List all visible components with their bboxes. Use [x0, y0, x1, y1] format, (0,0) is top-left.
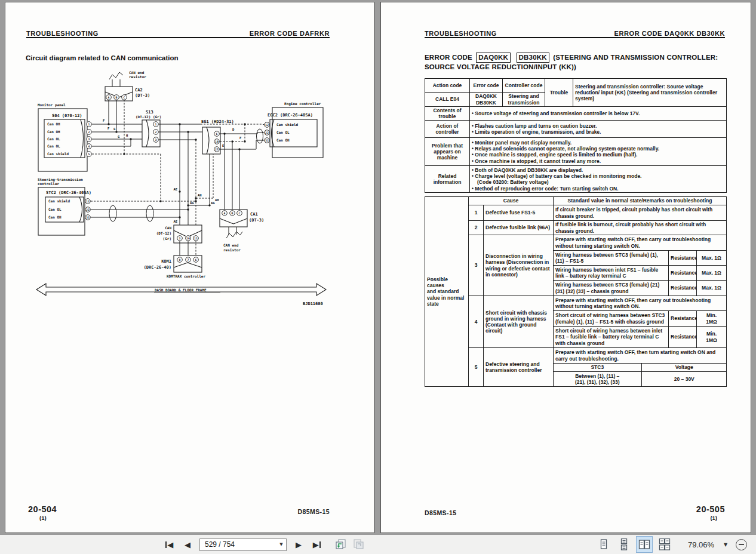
viewer-toolbar: ◀ ◀ 529 / 754 ▼ ▶ ▶ — [0, 534, 756, 554]
can-type-1: (DT-12) — [156, 231, 171, 235]
wire-label-f1: F — [103, 119, 105, 122]
action-code-value: CALL E04 — [425, 93, 470, 107]
kom1-type: (DRC-26-40) — [144, 265, 171, 270]
first-page-button[interactable]: ◀ — [162, 537, 176, 552]
cause-3-method-3: Resistance — [669, 281, 697, 296]
combo-dropdown-icon[interactable]: ▼ — [276, 542, 286, 547]
bullet: • Source voltage of steering and transmi… — [472, 110, 724, 116]
header-rule — [425, 37, 725, 38]
connector-s13: S13 (DT-12) (Gr) 1 2 3 — [136, 110, 161, 147]
s04-pin-5: 5 — [88, 153, 90, 156]
s04-sig-5: Can shield — [47, 152, 69, 156]
cause-2: Defective fusible link (96A) — [484, 221, 554, 235]
wire-label-ag2: AG — [211, 201, 215, 205]
header-trouble: Trouble — [545, 79, 573, 107]
bullet: • Once machine is stopped, engine speed … — [472, 152, 724, 158]
egc2-sig-2: Can OL — [276, 130, 290, 134]
can-pin-10: 10 — [186, 237, 190, 240]
error-info-table: Action code Error code Controller code T… — [425, 78, 727, 193]
facing-pages-view-icon — [638, 538, 650, 550]
connector-ca1: A B C CA1 (DT-3) CAN end resistor — [220, 210, 264, 252]
title-line2: SOURCE VOLTAGE REDUCTION/INPUT (KK)) — [425, 63, 576, 70]
error-code-box-2: DB30KK — [517, 53, 549, 63]
bullet-subline: (Code 03200: Battery voltage) — [472, 179, 724, 185]
wire-label-ae2: AE — [173, 220, 177, 223]
error-code-box-1: DAQ0KK — [476, 53, 511, 63]
kom1-label: KOM1 — [161, 259, 171, 264]
cause-1: Defective fuse FS1-5 — [484, 205, 554, 221]
single-page-view-button[interactable] — [596, 537, 611, 552]
first-page-bar-icon — [165, 541, 167, 548]
stc2-sig-2: Can OL — [48, 207, 62, 211]
stc2-label: STC2 (DRC-26-40SA) — [46, 190, 91, 195]
wire-label-ae1: AE — [173, 187, 177, 191]
value-header: Standard value in normal state/Remarks o… — [554, 197, 727, 205]
cause-4-check-2: Short circuit of wiring harness between … — [554, 327, 669, 348]
problem-label: Problem that appears on machine — [425, 138, 470, 166]
ca2-pin-a: A — [108, 96, 110, 99]
ca1-type: (DT-3) — [249, 218, 264, 223]
continuous-view-button[interactable] — [616, 537, 632, 552]
next-view-button[interactable] — [352, 537, 365, 552]
bullet: • Charge level (voltage) of battery can … — [472, 173, 724, 179]
s04-pin-4: 4 — [88, 145, 90, 148]
cause-3-value-3: Max. 1Ω — [697, 281, 727, 296]
stc2-sig-3: Can OH — [48, 215, 62, 219]
page-indicator[interactable]: 529 / 754 — [200, 540, 276, 549]
wire-label-g1: G — [113, 127, 116, 131]
zoom-out-button[interactable] — [736, 539, 747, 550]
connector-stc2: Steering·transmission controller STC2 (D… — [38, 177, 91, 235]
egc2-label: EGC2 (DRC-26-40SA) — [268, 113, 313, 118]
cause-3-check-1: Wiring harness between STC3 (female) (1)… — [554, 251, 669, 266]
facing-continuous-view-button[interactable] — [657, 537, 672, 552]
error-code-title: ERROR CODE DAQ0KK DB30KK (STEERING AND T… — [425, 53, 729, 72]
ca1-pin-a: A — [224, 212, 226, 215]
last-page-button[interactable]: ▶ — [311, 537, 324, 552]
wire-label-e: E — [222, 144, 224, 147]
connector-kom1: 8 7 6 KOM1 (DRC-26-40) KOMTRAX controlle… — [144, 256, 206, 278]
monitor-panel-label: Monitor panel — [38, 103, 66, 107]
egc2-pin-12: 12 — [265, 124, 269, 127]
s13-type: (DT-12) (Gr) — [136, 115, 161, 119]
figure-code: BJD11680 — [303, 301, 323, 306]
voltage-header-stc3: STC3 — [554, 364, 641, 371]
title-rest: (STEERING AND TRANSMISSION CONTROLLER: — [553, 54, 718, 61]
problem-text: • Monitor panel may not display normally… — [470, 138, 727, 166]
trouble-description: Steering and transmission controller: So… — [573, 79, 727, 107]
next-view-icon — [352, 538, 365, 550]
s04-sig-4: Can OL — [47, 144, 60, 148]
ca2-pin-c: C — [124, 96, 125, 99]
eg1-pin-6: 6 — [216, 133, 218, 136]
cause-2-num: 2 — [469, 221, 484, 235]
bullet: • Once machine is stopped, it cannot tra… — [472, 158, 724, 164]
view-zoom-controls: 79.06% ▼ — [596, 535, 747, 554]
previous-page-arrow-icon: ◀ — [185, 541, 190, 549]
dashboard-frame-arrow: DASH BOARD & FLOOR FRAME — [36, 284, 326, 296]
s13-pin-1: 1 — [155, 123, 157, 126]
facing-pages-view-button[interactable] — [637, 537, 652, 552]
header-left-title: TROUBLESHOOTING — [26, 30, 99, 37]
cause-3-value-2: Max. 1Ω — [697, 266, 727, 281]
voltage-header-voltage: Voltage — [641, 364, 727, 371]
cause-5-voltage-table-cell: STC3 Voltage Between (1), (11) – (21), (… — [554, 364, 727, 387]
bullet: • Monitor panel may not display normally… — [472, 140, 724, 146]
previous-view-button[interactable] — [334, 537, 347, 552]
stc2-pin-22: 22 — [86, 208, 90, 211]
page-navigation: ◀ ◀ 529 / 754 ▼ ▶ ▶ — [162, 535, 365, 554]
zoom-dropdown-icon[interactable]: ▼ — [724, 542, 727, 547]
ca2-label: CA2 — [135, 88, 143, 93]
cause-3-check-3: Wiring harness between STC3 (female) (21… — [554, 281, 669, 296]
engine-controller-label: Engine controller — [284, 101, 321, 106]
previous-page-button[interactable]: ◀ — [181, 537, 194, 552]
zoom-level[interactable]: 79.06% — [688, 540, 714, 549]
s04-label: S04 (070-12) — [52, 113, 82, 118]
related-info-text: • Both of DAQ0KK and DB30KK are displaye… — [470, 166, 727, 193]
header-error-code: ERROR CODE DAQ0KK DB30KK — [614, 30, 725, 37]
manual-page-right: TROUBLESHOOTING ERROR CODE DAQ0KK DB30KK… — [380, 2, 751, 533]
s04-pin-1: 1 — [88, 123, 90, 126]
page-number-combo[interactable]: 529 / 754 ▼ — [199, 538, 287, 551]
voltage-value: 20 – 30V — [641, 371, 727, 386]
bullet: • Limits operation of engine, transmissi… — [472, 129, 724, 135]
next-page-button[interactable]: ▶ — [292, 537, 305, 552]
ca2-pin-b: B — [116, 96, 118, 99]
